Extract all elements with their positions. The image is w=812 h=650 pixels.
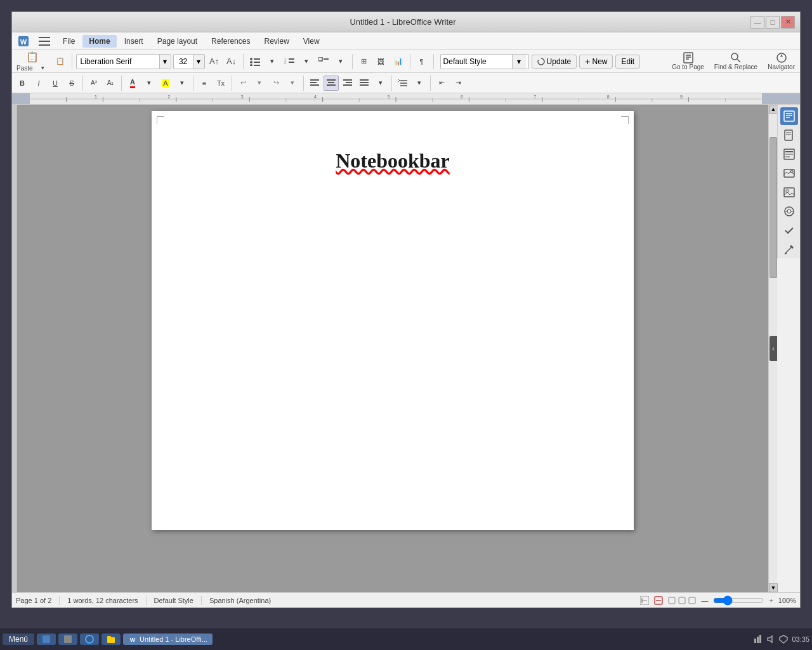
menu-insert[interactable]: Insert xyxy=(118,35,150,48)
taskbar-browser[interactable] xyxy=(80,633,99,645)
style-dropdown[interactable]: ▾ xyxy=(512,55,526,69)
highlight-dropdown[interactable]: ▾ xyxy=(174,76,190,91)
word-count: 1 words, 12 characters xyxy=(67,597,138,604)
menu-view[interactable]: View xyxy=(297,35,326,48)
taskbar-folder[interactable] xyxy=(102,633,121,645)
paste-special-button[interactable]: 📋 xyxy=(53,54,68,69)
strikethrough-button[interactable]: S xyxy=(64,76,79,91)
edit-style-button[interactable]: Edit xyxy=(615,55,640,69)
numbered-list-dropdown[interactable]: ▾ xyxy=(299,54,314,69)
redo-button[interactable]: ↪ xyxy=(268,76,284,91)
outline-list-button[interactable] xyxy=(316,54,331,69)
style-value: Default Style xyxy=(443,57,512,66)
draw-panel-icon[interactable] xyxy=(780,241,798,258)
new-style-button[interactable]: + New xyxy=(579,55,613,69)
navigator-label: Navigator xyxy=(768,63,795,70)
start-button[interactable]: Menú xyxy=(3,633,34,645)
paste-button[interactable]: 📋 xyxy=(23,50,41,63)
menu-page-layout[interactable]: Page layout xyxy=(151,35,204,48)
italic-button[interactable]: I xyxy=(31,76,46,91)
check-panel-icon[interactable] xyxy=(780,222,798,239)
style-status: Default Style xyxy=(154,597,193,604)
properties-icon[interactable] xyxy=(780,107,798,125)
zoom-plus[interactable]: + xyxy=(769,597,773,604)
close-button[interactable]: ✕ xyxy=(781,16,795,29)
update-style-button[interactable]: Update xyxy=(532,55,577,69)
outline-list-dropdown[interactable]: ▾ xyxy=(333,54,348,69)
clear-format-button[interactable]: Tx xyxy=(213,76,228,91)
zoom-controls[interactable]: — + 100% xyxy=(668,595,796,606)
increase-size-button[interactable]: A↑ xyxy=(207,54,222,69)
font-size-selector[interactable]: 32 ▾ xyxy=(173,54,205,69)
redo-dropdown[interactable]: ▾ xyxy=(285,76,300,91)
columns-button[interactable]: ▾ xyxy=(412,76,427,91)
font-color-button[interactable]: A xyxy=(125,76,140,91)
menu-review[interactable]: Review xyxy=(258,35,295,48)
menu-file[interactable]: File xyxy=(56,35,81,48)
font-name-dropdown[interactable]: ▾ xyxy=(159,55,171,69)
taskbar-files[interactable] xyxy=(37,633,56,645)
underline-button[interactable]: U xyxy=(48,76,63,91)
navigator-button[interactable]: Navigator xyxy=(765,51,797,72)
hamburger-menu[interactable] xyxy=(36,34,53,49)
superscript-button[interactable]: A² xyxy=(86,76,102,91)
menu-references[interactable]: References xyxy=(205,35,256,48)
menu-home[interactable]: Home xyxy=(82,35,116,48)
status-right: — + 100% xyxy=(640,595,796,606)
font-color-dropdown[interactable]: ▾ xyxy=(141,76,157,91)
zoom-slider-input[interactable] xyxy=(713,595,764,606)
align-dropdown[interactable]: ▾ xyxy=(373,76,388,91)
undo-button[interactable]: ↩ xyxy=(235,76,251,91)
align-center-button[interactable] xyxy=(324,76,339,91)
find-replace-button[interactable]: Find & Replace xyxy=(712,51,760,72)
align-left-button[interactable] xyxy=(307,76,322,91)
show-changes-button[interactable]: ¶ xyxy=(414,54,429,69)
svg-rect-27 xyxy=(310,82,317,83)
line-spacing-button[interactable] xyxy=(395,76,410,91)
highlight-color-button[interactable]: A xyxy=(158,76,173,91)
undo-dropdown[interactable]: ▾ xyxy=(252,76,267,91)
bullet-list-dropdown[interactable]: ▾ xyxy=(265,54,280,69)
app-logo: W xyxy=(15,34,32,49)
subscript-button[interactable]: A₂ xyxy=(103,76,118,91)
taskbar-term[interactable] xyxy=(58,633,77,645)
svg-rect-33 xyxy=(346,82,352,83)
scroll-up-button[interactable]: ▲ xyxy=(769,105,778,114)
minimize-button[interactable]: — xyxy=(750,16,764,29)
decrease-size-button[interactable]: A↓ xyxy=(224,54,239,69)
maximize-button[interactable]: □ xyxy=(766,16,780,29)
gallery-panel-icon[interactable] xyxy=(780,164,798,182)
align-right-button[interactable] xyxy=(340,76,355,91)
style-selector[interactable]: Default Style ▾ xyxy=(440,54,529,69)
justify-button[interactable] xyxy=(357,76,372,91)
svg-text:9: 9 xyxy=(680,95,683,99)
svg-rect-8 xyxy=(254,62,260,63)
styles-panel-icon[interactable] xyxy=(780,145,798,163)
indent-increase-button[interactable]: ⇥ xyxy=(450,76,466,91)
page-content[interactable]: Notebookbar xyxy=(190,149,596,173)
bullet-list-button[interactable] xyxy=(247,54,263,69)
scroll-down-button[interactable]: ▼ xyxy=(769,583,778,592)
font-name-selector[interactable]: Liberation Serif ▾ xyxy=(76,54,171,69)
indent-decrease-button[interactable]: ⇤ xyxy=(434,76,449,91)
align-para-button[interactable]: ≡ xyxy=(197,76,212,91)
insert-image-button[interactable]: 🖼 xyxy=(374,54,389,69)
insert-table-button[interactable]: ⊞ xyxy=(357,54,372,69)
bold-button[interactable]: B xyxy=(15,76,30,91)
insert-chart-button[interactable]: 📊 xyxy=(391,54,406,69)
scroll-thumb[interactable] xyxy=(769,137,777,278)
font-size-dropdown[interactable]: ▾ xyxy=(193,55,204,69)
taskbar-libreoffice[interactable]: W Untitled 1 - LibreOffi... xyxy=(123,633,213,645)
images-panel-icon[interactable] xyxy=(780,183,798,201)
svg-rect-96 xyxy=(669,597,675,604)
paste-label[interactable]: Paste xyxy=(15,63,35,72)
go-to-page-button[interactable]: Go to Page xyxy=(669,51,707,72)
sep3 xyxy=(352,54,353,69)
pages-panel-icon[interactable] xyxy=(780,126,798,144)
paste-dropdown[interactable]: ▾ xyxy=(36,63,51,72)
zoom-minus[interactable]: — xyxy=(701,597,708,604)
editor-scroll-area[interactable]: Notebookbar xyxy=(17,105,768,592)
functions-icon[interactable] xyxy=(780,202,798,220)
sidebar-collapse-button[interactable]: ‹ xyxy=(769,336,777,361)
numbered-list-button[interactable]: 1.2. xyxy=(282,54,297,69)
